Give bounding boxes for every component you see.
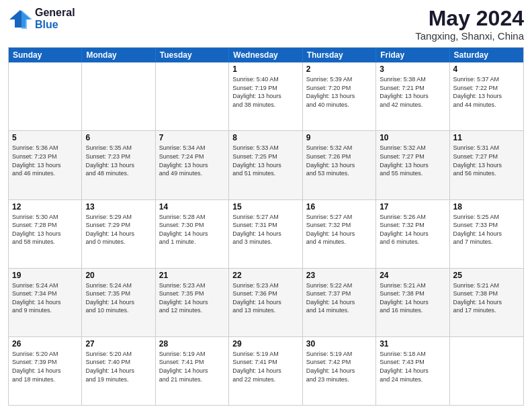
cell-1: 1Sunrise: 5:40 AM Sunset: 7:19 PM Daylig… [229, 62, 302, 130]
cell-info-20: Sunrise: 5:24 AM Sunset: 7:35 PM Dayligh… [85, 281, 151, 315]
day-number-20: 20 [85, 271, 151, 280]
cell-info-14: Sunrise: 5:28 AM Sunset: 7:30 PM Dayligh… [159, 213, 225, 246]
logo-blue-text: Blue [35, 19, 75, 31]
cell-2: 2Sunrise: 5:39 AM Sunset: 7:20 PM Daylig… [303, 62, 376, 130]
cell-info-3: Sunrise: 5:38 AM Sunset: 7:21 PM Dayligh… [380, 75, 445, 109]
page: General Blue May 2024 Tangxing, Shanxi, … [0, 0, 532, 411]
cell-empty-w0c2 [156, 62, 229, 130]
cell-info-4: Sunrise: 5:37 AM Sunset: 7:22 PM Dayligh… [453, 75, 520, 109]
header-monday: Monday [82, 48, 155, 62]
day-number-13: 13 [85, 202, 151, 212]
calendar-header: Sunday Monday Tuesday Wednesday Thursday… [9, 48, 523, 62]
day-number-12: 12 [12, 202, 78, 212]
day-number-7: 7 [159, 133, 225, 142]
cell-16: 16Sunrise: 5:27 AM Sunset: 7:32 PM Dayli… [303, 200, 376, 268]
cell-30: 30Sunrise: 5:19 AM Sunset: 7:42 PM Dayli… [303, 337, 376, 405]
cell-info-12: Sunrise: 5:30 AM Sunset: 7:28 PM Dayligh… [12, 213, 78, 246]
cell-25: 25Sunrise: 5:21 AM Sunset: 7:38 PM Dayli… [450, 269, 523, 336]
cell-7: 7Sunrise: 5:34 AM Sunset: 7:24 PM Daylig… [156, 131, 229, 199]
header-saturday: Saturday [450, 48, 523, 62]
cell-19: 19Sunrise: 5:24 AM Sunset: 7:34 PM Dayli… [9, 269, 82, 336]
cell-info-24: Sunrise: 5:21 AM Sunset: 7:38 PM Dayligh… [380, 281, 445, 315]
day-number-2: 2 [306, 64, 372, 74]
cell-4: 4Sunrise: 5:37 AM Sunset: 7:22 PM Daylig… [450, 62, 523, 130]
day-number-8: 8 [232, 133, 298, 142]
calendar: Sunday Monday Tuesday Wednesday Thursday… [8, 47, 524, 406]
cell-11: 11Sunrise: 5:31 AM Sunset: 7:27 PM Dayli… [450, 131, 523, 199]
day-number-19: 19 [12, 271, 78, 280]
day-number-21: 21 [159, 271, 225, 280]
cell-15: 15Sunrise: 5:27 AM Sunset: 7:31 PM Dayli… [229, 200, 302, 268]
title-block: May 2024 Tangxing, Shanxi, China [415, 7, 524, 42]
cell-info-27: Sunrise: 5:20 AM Sunset: 7:40 PM Dayligh… [85, 350, 151, 383]
calendar-week-1: 1Sunrise: 5:40 AM Sunset: 7:19 PM Daylig… [9, 62, 523, 130]
cell-info-6: Sunrise: 5:35 AM Sunset: 7:23 PM Dayligh… [85, 144, 151, 177]
cell-empty-w4c6 [450, 337, 523, 405]
cell-6: 6Sunrise: 5:35 AM Sunset: 7:23 PM Daylig… [82, 131, 155, 199]
cell-info-25: Sunrise: 5:21 AM Sunset: 7:38 PM Dayligh… [453, 281, 520, 315]
header-tuesday: Tuesday [156, 48, 229, 62]
calendar-week-5: 26Sunrise: 5:20 AM Sunset: 7:39 PM Dayli… [9, 336, 523, 405]
cell-28: 28Sunrise: 5:19 AM Sunset: 7:41 PM Dayli… [156, 337, 229, 405]
calendar-body: 1Sunrise: 5:40 AM Sunset: 7:19 PM Daylig… [9, 62, 523, 405]
cell-info-13: Sunrise: 5:29 AM Sunset: 7:29 PM Dayligh… [85, 213, 151, 246]
header-wednesday: Wednesday [229, 48, 302, 62]
cell-23: 23Sunrise: 5:22 AM Sunset: 7:37 PM Dayli… [303, 269, 376, 336]
cell-info-9: Sunrise: 5:32 AM Sunset: 7:26 PM Dayligh… [306, 144, 372, 177]
cell-info-2: Sunrise: 5:39 AM Sunset: 7:20 PM Dayligh… [306, 75, 372, 109]
cell-18: 18Sunrise: 5:25 AM Sunset: 7:33 PM Dayli… [450, 200, 523, 268]
cell-info-17: Sunrise: 5:26 AM Sunset: 7:32 PM Dayligh… [380, 213, 445, 246]
cell-info-22: Sunrise: 5:23 AM Sunset: 7:36 PM Dayligh… [232, 281, 298, 315]
cell-info-29: Sunrise: 5:19 AM Sunset: 7:41 PM Dayligh… [232, 350, 298, 383]
calendar-week-2: 5Sunrise: 5:36 AM Sunset: 7:23 PM Daylig… [9, 130, 523, 199]
cell-9: 9Sunrise: 5:32 AM Sunset: 7:26 PM Daylig… [303, 131, 376, 199]
cell-info-18: Sunrise: 5:25 AM Sunset: 7:33 PM Dayligh… [453, 213, 520, 246]
cell-info-1: Sunrise: 5:40 AM Sunset: 7:19 PM Dayligh… [232, 75, 298, 109]
cell-info-10: Sunrise: 5:32 AM Sunset: 7:27 PM Dayligh… [380, 144, 445, 177]
day-number-25: 25 [453, 271, 520, 280]
header-friday: Friday [376, 48, 449, 62]
cell-info-7: Sunrise: 5:34 AM Sunset: 7:24 PM Dayligh… [159, 144, 225, 177]
day-number-10: 10 [380, 133, 445, 142]
day-number-11: 11 [453, 133, 520, 142]
calendar-week-3: 12Sunrise: 5:30 AM Sunset: 7:28 PM Dayli… [9, 199, 523, 268]
day-number-31: 31 [380, 339, 445, 349]
day-number-1: 1 [232, 64, 298, 74]
cell-14: 14Sunrise: 5:28 AM Sunset: 7:30 PM Dayli… [156, 200, 229, 268]
day-number-23: 23 [306, 271, 372, 280]
logo: General Blue [8, 7, 75, 30]
logo-general-text: General [35, 7, 75, 19]
day-number-15: 15 [232, 202, 298, 212]
svg-marker-1 [21, 10, 32, 29]
cell-empty-w0c0 [9, 62, 82, 130]
month-title: May 2024 [415, 7, 524, 30]
day-number-5: 5 [12, 133, 78, 142]
day-number-28: 28 [159, 339, 225, 349]
day-number-29: 29 [232, 339, 298, 349]
cell-29: 29Sunrise: 5:19 AM Sunset: 7:41 PM Dayli… [229, 337, 302, 405]
logo-text: General Blue [35, 7, 75, 30]
cell-info-26: Sunrise: 5:20 AM Sunset: 7:39 PM Dayligh… [12, 350, 78, 383]
cell-info-28: Sunrise: 5:19 AM Sunset: 7:41 PM Dayligh… [159, 350, 225, 383]
day-number-6: 6 [85, 133, 151, 142]
calendar-week-4: 19Sunrise: 5:24 AM Sunset: 7:34 PM Dayli… [9, 268, 523, 336]
day-number-4: 4 [453, 64, 520, 74]
cell-17: 17Sunrise: 5:26 AM Sunset: 7:32 PM Dayli… [376, 200, 449, 268]
cell-5: 5Sunrise: 5:36 AM Sunset: 7:23 PM Daylig… [9, 131, 82, 199]
cell-info-5: Sunrise: 5:36 AM Sunset: 7:23 PM Dayligh… [12, 144, 78, 177]
cell-8: 8Sunrise: 5:33 AM Sunset: 7:25 PM Daylig… [229, 131, 302, 199]
cell-info-19: Sunrise: 5:24 AM Sunset: 7:34 PM Dayligh… [12, 281, 78, 315]
cell-26: 26Sunrise: 5:20 AM Sunset: 7:39 PM Dayli… [9, 337, 82, 405]
day-number-24: 24 [380, 271, 445, 280]
cell-27: 27Sunrise: 5:20 AM Sunset: 7:40 PM Dayli… [82, 337, 155, 405]
cell-31: 31Sunrise: 5:18 AM Sunset: 7:43 PM Dayli… [376, 337, 449, 405]
cell-21: 21Sunrise: 5:23 AM Sunset: 7:35 PM Dayli… [156, 269, 229, 336]
cell-info-16: Sunrise: 5:27 AM Sunset: 7:32 PM Dayligh… [306, 213, 372, 246]
cell-info-21: Sunrise: 5:23 AM Sunset: 7:35 PM Dayligh… [159, 281, 225, 315]
day-number-16: 16 [306, 202, 372, 212]
cell-20: 20Sunrise: 5:24 AM Sunset: 7:35 PM Dayli… [82, 269, 155, 336]
cell-info-11: Sunrise: 5:31 AM Sunset: 7:27 PM Dayligh… [453, 144, 520, 177]
cell-10: 10Sunrise: 5:32 AM Sunset: 7:27 PM Dayli… [376, 131, 449, 199]
location: Tangxing, Shanxi, China [415, 30, 524, 42]
day-number-27: 27 [85, 339, 151, 349]
